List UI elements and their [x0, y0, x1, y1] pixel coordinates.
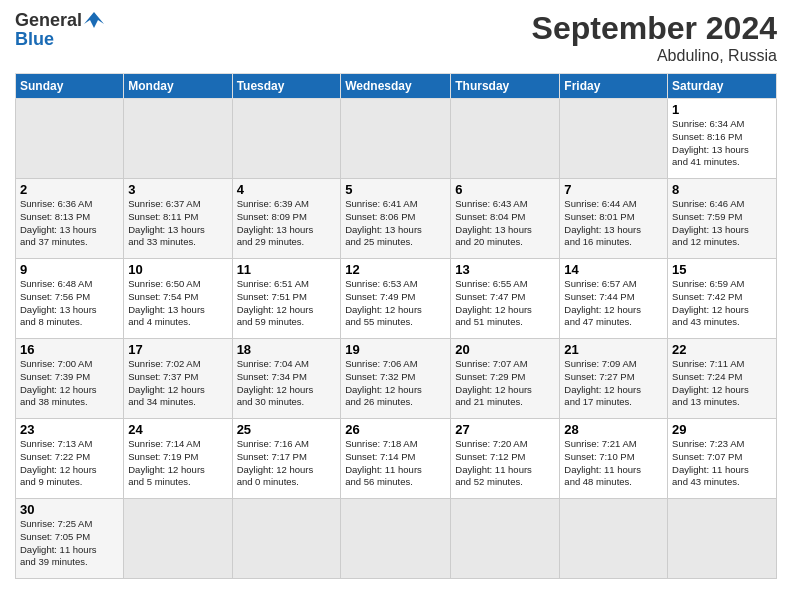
day-number: 19: [345, 342, 446, 357]
day-info: Sunrise: 6:51 AM Sunset: 7:51 PM Dayligh…: [237, 278, 337, 329]
column-header-saturday: Saturday: [668, 74, 777, 99]
title-section: September 2024 Abdulino, Russia: [532, 10, 777, 65]
calendar-cell: [560, 499, 668, 579]
page-container: General Blue September 2024 Abdulino, Ru…: [0, 0, 792, 589]
day-info: Sunrise: 7:11 AM Sunset: 7:24 PM Dayligh…: [672, 358, 772, 409]
day-number: 1: [672, 102, 772, 117]
day-number: 22: [672, 342, 772, 357]
day-number: 9: [20, 262, 119, 277]
day-info: Sunrise: 7:14 AM Sunset: 7:19 PM Dayligh…: [128, 438, 227, 489]
calendar-cell: [451, 99, 560, 179]
day-number: 7: [564, 182, 663, 197]
day-number: 2: [20, 182, 119, 197]
day-number: 12: [345, 262, 446, 277]
day-number: 6: [455, 182, 555, 197]
calendar-cell: [232, 499, 341, 579]
calendar-cell: [341, 99, 451, 179]
column-header-friday: Friday: [560, 74, 668, 99]
day-info: Sunrise: 7:00 AM Sunset: 7:39 PM Dayligh…: [20, 358, 119, 409]
day-info: Sunrise: 6:44 AM Sunset: 8:01 PM Dayligh…: [564, 198, 663, 249]
calendar-title: September 2024: [532, 10, 777, 47]
calendar-cell: 17Sunrise: 7:02 AM Sunset: 7:37 PM Dayli…: [124, 339, 232, 419]
calendar-cell: 14Sunrise: 6:57 AM Sunset: 7:44 PM Dayli…: [560, 259, 668, 339]
logo-bird-icon: [84, 10, 104, 30]
calendar-cell: 6Sunrise: 6:43 AM Sunset: 8:04 PM Daylig…: [451, 179, 560, 259]
day-number: 27: [455, 422, 555, 437]
day-number: 15: [672, 262, 772, 277]
calendar-cell: 26Sunrise: 7:18 AM Sunset: 7:14 PM Dayli…: [341, 419, 451, 499]
day-number: 5: [345, 182, 446, 197]
day-number: 14: [564, 262, 663, 277]
calendar-cell: [124, 99, 232, 179]
calendar-cell: 24Sunrise: 7:14 AM Sunset: 7:19 PM Dayli…: [124, 419, 232, 499]
day-number: 25: [237, 422, 337, 437]
day-info: Sunrise: 6:39 AM Sunset: 8:09 PM Dayligh…: [237, 198, 337, 249]
calendar-week-row: 23Sunrise: 7:13 AM Sunset: 7:22 PM Dayli…: [16, 419, 777, 499]
column-header-wednesday: Wednesday: [341, 74, 451, 99]
calendar-cell: 9Sunrise: 6:48 AM Sunset: 7:56 PM Daylig…: [16, 259, 124, 339]
column-header-monday: Monday: [124, 74, 232, 99]
calendar-cell: 5Sunrise: 6:41 AM Sunset: 8:06 PM Daylig…: [341, 179, 451, 259]
calendar-table: SundayMondayTuesdayWednesdayThursdayFrid…: [15, 73, 777, 579]
day-number: 17: [128, 342, 227, 357]
calendar-cell: 19Sunrise: 7:06 AM Sunset: 7:32 PM Dayli…: [341, 339, 451, 419]
day-info: Sunrise: 6:41 AM Sunset: 8:06 PM Dayligh…: [345, 198, 446, 249]
calendar-cell: [16, 99, 124, 179]
day-number: 21: [564, 342, 663, 357]
calendar-cell: [451, 499, 560, 579]
day-number: 13: [455, 262, 555, 277]
day-info: Sunrise: 7:18 AM Sunset: 7:14 PM Dayligh…: [345, 438, 446, 489]
calendar-week-row: 16Sunrise: 7:00 AM Sunset: 7:39 PM Dayli…: [16, 339, 777, 419]
calendar-cell: 7Sunrise: 6:44 AM Sunset: 8:01 PM Daylig…: [560, 179, 668, 259]
day-number: 20: [455, 342, 555, 357]
day-info: Sunrise: 7:20 AM Sunset: 7:12 PM Dayligh…: [455, 438, 555, 489]
day-number: 4: [237, 182, 337, 197]
calendar-cell: 28Sunrise: 7:21 AM Sunset: 7:10 PM Dayli…: [560, 419, 668, 499]
day-number: 29: [672, 422, 772, 437]
day-number: 11: [237, 262, 337, 277]
day-info: Sunrise: 7:04 AM Sunset: 7:34 PM Dayligh…: [237, 358, 337, 409]
day-info: Sunrise: 7:06 AM Sunset: 7:32 PM Dayligh…: [345, 358, 446, 409]
calendar-cell: [668, 499, 777, 579]
logo-general-text: General: [15, 11, 82, 29]
day-number: 26: [345, 422, 446, 437]
calendar-cell: 21Sunrise: 7:09 AM Sunset: 7:27 PM Dayli…: [560, 339, 668, 419]
calendar-cell: [232, 99, 341, 179]
calendar-header-row: SundayMondayTuesdayWednesdayThursdayFrid…: [16, 74, 777, 99]
calendar-cell: 22Sunrise: 7:11 AM Sunset: 7:24 PM Dayli…: [668, 339, 777, 419]
day-info: Sunrise: 7:16 AM Sunset: 7:17 PM Dayligh…: [237, 438, 337, 489]
svg-marker-0: [84, 12, 104, 28]
calendar-cell: [560, 99, 668, 179]
calendar-cell: [341, 499, 451, 579]
calendar-cell: 13Sunrise: 6:55 AM Sunset: 7:47 PM Dayli…: [451, 259, 560, 339]
calendar-cell: 1Sunrise: 6:34 AM Sunset: 8:16 PM Daylig…: [668, 99, 777, 179]
day-info: Sunrise: 6:59 AM Sunset: 7:42 PM Dayligh…: [672, 278, 772, 329]
calendar-cell: 25Sunrise: 7:16 AM Sunset: 7:17 PM Dayli…: [232, 419, 341, 499]
day-info: Sunrise: 7:21 AM Sunset: 7:10 PM Dayligh…: [564, 438, 663, 489]
calendar-cell: 29Sunrise: 7:23 AM Sunset: 7:07 PM Dayli…: [668, 419, 777, 499]
day-number: 8: [672, 182, 772, 197]
day-info: Sunrise: 6:34 AM Sunset: 8:16 PM Dayligh…: [672, 118, 772, 169]
day-info: Sunrise: 6:53 AM Sunset: 7:49 PM Dayligh…: [345, 278, 446, 329]
calendar-cell: 16Sunrise: 7:00 AM Sunset: 7:39 PM Dayli…: [16, 339, 124, 419]
calendar-cell: 2Sunrise: 6:36 AM Sunset: 8:13 PM Daylig…: [16, 179, 124, 259]
day-info: Sunrise: 6:46 AM Sunset: 7:59 PM Dayligh…: [672, 198, 772, 249]
calendar-week-row: 1Sunrise: 6:34 AM Sunset: 8:16 PM Daylig…: [16, 99, 777, 179]
day-info: Sunrise: 6:55 AM Sunset: 7:47 PM Dayligh…: [455, 278, 555, 329]
calendar-cell: 3Sunrise: 6:37 AM Sunset: 8:11 PM Daylig…: [124, 179, 232, 259]
day-info: Sunrise: 6:37 AM Sunset: 8:11 PM Dayligh…: [128, 198, 227, 249]
day-number: 24: [128, 422, 227, 437]
calendar-week-row: 9Sunrise: 6:48 AM Sunset: 7:56 PM Daylig…: [16, 259, 777, 339]
day-number: 30: [20, 502, 119, 517]
day-info: Sunrise: 6:43 AM Sunset: 8:04 PM Dayligh…: [455, 198, 555, 249]
column-header-tuesday: Tuesday: [232, 74, 341, 99]
calendar-cell: 4Sunrise: 6:39 AM Sunset: 8:09 PM Daylig…: [232, 179, 341, 259]
calendar-week-row: 30Sunrise: 7:25 AM Sunset: 7:05 PM Dayli…: [16, 499, 777, 579]
calendar-cell: 27Sunrise: 7:20 AM Sunset: 7:12 PM Dayli…: [451, 419, 560, 499]
calendar-subtitle: Abdulino, Russia: [532, 47, 777, 65]
logo: General Blue: [15, 10, 104, 48]
day-info: Sunrise: 6:57 AM Sunset: 7:44 PM Dayligh…: [564, 278, 663, 329]
day-number: 10: [128, 262, 227, 277]
day-info: Sunrise: 7:02 AM Sunset: 7:37 PM Dayligh…: [128, 358, 227, 409]
day-number: 23: [20, 422, 119, 437]
